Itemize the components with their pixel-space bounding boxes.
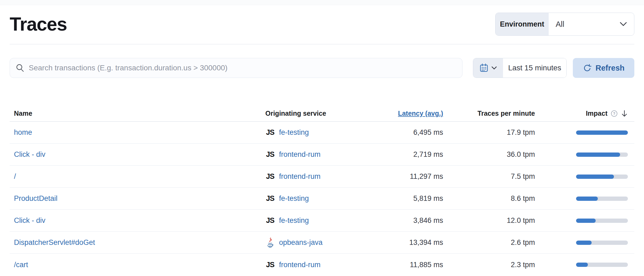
date-picker: Last 15 minutes xyxy=(473,58,567,78)
table-row: DispatcherServlet#doGet xyxy=(10,232,634,254)
svg-text:?: ? xyxy=(613,111,616,116)
javascript-agent-icon: JS xyxy=(266,173,274,180)
environment-select-value: All xyxy=(556,20,620,29)
traces-table: Name Originating service Latency (avg.) … xyxy=(10,106,634,276)
search-icon xyxy=(16,64,24,72)
latency-value: 11,297 ms xyxy=(410,172,443,181)
impact-header-label[interactable]: Impact xyxy=(586,110,607,117)
column-header-latency: Latency (avg.) xyxy=(352,110,447,117)
environment-select[interactable]: Environment All xyxy=(495,13,634,36)
page-header: Traces Environment All xyxy=(10,9,634,39)
latency-value: 3,846 ms xyxy=(413,216,443,225)
tpm-value: 36.0 tpm xyxy=(507,150,535,159)
impact-bar xyxy=(576,263,628,267)
javascript-agent-icon: JS xyxy=(266,195,274,202)
window-top-edge xyxy=(0,0,644,5)
tpm-value: 12.0 tpm xyxy=(507,216,535,225)
calendar-icon xyxy=(480,63,488,72)
search-input[interactable] xyxy=(29,64,456,72)
impact-bar xyxy=(576,130,628,135)
table-header-row: Name Originating service Latency (avg.) … xyxy=(10,106,634,122)
refresh-button[interactable]: Refresh xyxy=(573,58,634,78)
table-row: Click - div JS xyxy=(10,144,634,166)
header-divider xyxy=(10,44,634,44)
transaction-name-link[interactable]: Click - div xyxy=(14,216,45,225)
java-agent-icon xyxy=(266,238,274,248)
javascript-agent-icon: JS xyxy=(266,151,274,158)
javascript-agent-icon: JS xyxy=(266,261,274,268)
transaction-name-link[interactable]: /cart xyxy=(14,261,28,269)
column-header-name: Name xyxy=(10,110,261,117)
transaction-name-link[interactable]: / xyxy=(14,172,16,181)
impact-bar-fill xyxy=(576,263,588,267)
impact-bar-fill xyxy=(576,130,628,135)
tpm-value: 2.6 tpm xyxy=(511,238,535,247)
latency-value: 13,394 ms xyxy=(409,238,443,247)
column-header-service: Originating service xyxy=(261,110,352,117)
service-link[interactable]: fe-testing xyxy=(279,216,309,225)
latency-value: 2,719 ms xyxy=(413,150,443,159)
impact-bar xyxy=(576,219,628,223)
transaction-name-link[interactable]: home xyxy=(14,128,32,137)
refresh-icon xyxy=(583,64,591,72)
impact-bar xyxy=(576,152,628,157)
chevron-down-icon xyxy=(491,66,497,70)
latency-value: 11,885 ms xyxy=(410,261,443,269)
table-row: /cart JS xyxy=(10,254,634,276)
tpm-value: 8.6 tpm xyxy=(511,194,535,203)
tpm-value: 17.9 tpm xyxy=(507,128,535,137)
service-link[interactable]: opbeans-java xyxy=(279,238,323,247)
transaction-name-link[interactable]: DispatcherServlet#doGet xyxy=(14,238,95,247)
impact-bar-fill xyxy=(576,175,614,179)
date-picker-range-button[interactable]: Last 15 minutes xyxy=(503,58,566,78)
toolbar: Last 15 minutes Refresh xyxy=(10,58,634,78)
column-header-impact: Impact ? xyxy=(539,110,634,117)
service-link[interactable]: frontend-rum xyxy=(279,172,321,181)
latency-value: 5,819 ms xyxy=(413,194,443,203)
transaction-name-link[interactable]: Click - div xyxy=(14,150,45,159)
chevron-down-icon xyxy=(620,22,627,27)
impact-bar xyxy=(576,175,628,179)
environment-select-label: Environment xyxy=(495,13,549,35)
impact-bar-fill xyxy=(576,197,598,201)
date-picker-calendar-button[interactable] xyxy=(473,58,503,78)
transaction-name-link[interactable]: ProductDetail xyxy=(14,194,57,203)
latency-sort-link[interactable]: Latency (avg.) xyxy=(398,110,443,117)
impact-bar-fill xyxy=(576,152,620,157)
search-box xyxy=(10,58,462,78)
javascript-agent-icon: JS xyxy=(266,217,274,224)
impact-bar-fill xyxy=(576,219,596,223)
javascript-agent-icon: JS xyxy=(266,129,274,136)
service-link[interactable]: frontend-rum xyxy=(279,261,321,269)
latency-value: 6,495 ms xyxy=(413,128,443,137)
tpm-value: 2.3 tpm xyxy=(511,261,535,269)
impact-help-icon[interactable]: ? xyxy=(611,110,618,117)
table-row: / JS xyxy=(10,166,634,188)
table-row: home JS xyxy=(10,122,634,144)
service-link[interactable]: frontend-rum xyxy=(279,150,321,159)
service-link[interactable]: fe-testing xyxy=(279,194,309,203)
impact-bar-fill xyxy=(576,241,592,245)
refresh-button-label: Refresh xyxy=(596,64,625,72)
service-link[interactable]: fe-testing xyxy=(279,128,309,137)
table-row: Click - div JS xyxy=(10,210,634,232)
column-header-tpm: Traces per minute xyxy=(447,110,539,117)
page-title: Traces xyxy=(10,13,67,35)
table-row: ProductDetail JS xyxy=(10,188,634,210)
table-body: home JS xyxy=(10,122,634,276)
tpm-value: 7.5 tpm xyxy=(511,172,535,181)
sort-descending-arrow-icon[interactable] xyxy=(621,110,628,117)
impact-bar xyxy=(576,197,628,201)
impact-bar xyxy=(576,241,628,245)
